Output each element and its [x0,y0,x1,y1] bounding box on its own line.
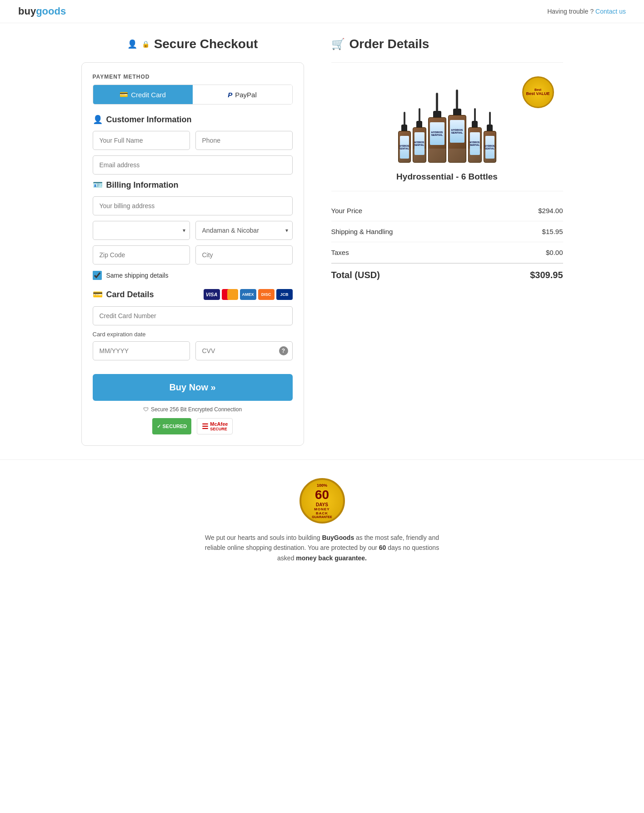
expiry-input[interactable] [93,341,190,360]
paypal-icon: P [228,91,232,99]
shipping-value: $15.95 [542,228,563,235]
contact-link[interactable]: Contact us [595,8,626,15]
taxes-value: $0.00 [546,249,563,256]
zip-field [93,245,190,264]
phone-input[interactable] [195,131,293,150]
total-label: Total (USD) [331,270,380,280]
expiry-label: Card expiration date [93,331,293,338]
logo[interactable]: buygoods [18,5,66,17]
address-field [93,196,293,215]
country-select[interactable] [93,221,190,240]
lock-icon: 🔒 [142,40,150,48]
expiry-cvv-row: ? [93,341,293,360]
logo-buy: buy [18,5,36,17]
same-shipping-row: Same shipping details [93,271,293,280]
value-label: Best VALUE [526,92,550,96]
same-shipping-checkbox[interactable] [93,271,102,280]
days-number: 60 [315,488,329,502]
footer: 100% 60 DAYS MONEY BACK GUARANTEE We put… [0,459,644,581]
paypal-label: PayPal [235,91,257,99]
logo-goods: goods [36,5,66,17]
full-name-field [93,131,190,150]
main-content: 👤 🔒 Secure Checkout PAYMENT METHOD 💳 Cre… [72,23,572,459]
credit-card-label: Credit Card [131,91,166,99]
back-label: BACK [316,511,328,515]
billing-icon: 🪪 [93,180,103,190]
best-value-badge: Best Best VALUE [522,76,554,108]
guarantee-label: GUARANTEE [312,515,332,519]
zip-input[interactable] [93,245,190,264]
address-input[interactable] [93,196,293,215]
bottle-3: HYDROSSENTIAL [428,93,446,163]
payment-tabs: 💳 Credit Card P PayPal [93,85,293,105]
left-panel: 👤 🔒 Secure Checkout PAYMENT METHOD 💳 Cre… [81,37,304,446]
paypal-tab[interactable]: P PayPal [193,85,292,104]
your-price-value: $294.00 [538,207,563,214]
mcafee-label: McAfee SECURE [210,421,228,431]
payment-method-label: PAYMENT METHOD [93,74,293,80]
full-name-input[interactable] [93,131,190,150]
cvv-field: ? [195,341,293,360]
cvv-input[interactable] [195,341,293,360]
card-icon-tab: 💳 [120,90,128,99]
bottle-2: HYDROSSENTIAL [413,108,426,163]
phone-field [195,131,293,150]
card-number-field [93,306,293,325]
person-icon-2: 👤 [93,115,103,125]
customer-info-title: 👤 Customer Information [93,115,293,125]
card-brand-icons: VISA MC AMEX DISC JCB [204,289,293,300]
card-number-input[interactable] [93,306,293,325]
checkout-title: 👤 🔒 Secure Checkout [81,37,304,51]
total-row: Total (USD) $309.95 [331,263,563,287]
secured-check: ✓ [157,424,161,429]
footer-text: We put our hearts and souls into buildin… [197,533,447,563]
cart-icon: 🛒 [331,38,345,50]
price-divider [331,191,563,191]
state-select-wrapper: Andaman & Nicobar ▾ [195,221,293,240]
taxes-row: Taxes $0.00 [331,242,563,263]
email-row [93,155,293,175]
header: buygoods Having trouble ? Contact us [0,0,644,23]
zip-city-row [93,245,293,264]
mastercard-icon: MC [222,289,238,300]
secured-badge: ✓ SECURED [152,418,192,434]
country-select-wrapper: ▾ [93,221,190,240]
shield-icon: 🛡 [143,406,149,413]
product-image-container: HYDROSSENTIAL HYDROSSENTIAL HYDROSSENTIA… [331,72,563,163]
total-value: $309.95 [530,270,563,280]
billing-info-title: 🪪 Billing Information [93,180,293,190]
trouble-text: Having trouble ? [547,8,594,15]
header-right: Having trouble ? Contact us [547,8,626,15]
same-shipping-label[interactable]: Same shipping details [106,272,169,279]
mcafee-badge: ☰ McAfee SECURE [197,418,233,434]
state-select[interactable]: Andaman & Nicobar [195,221,293,240]
bottle-4: HYDROSSENTIAL [448,90,466,163]
money-label: MONEY [314,507,329,511]
order-details-title: 🛒 Order Details [331,37,563,51]
guarantee-text: money back guarantee. [296,554,367,562]
secured-label: SECURED [163,424,187,429]
buy-now-button[interactable]: Buy Now » [93,374,293,401]
top-divider [331,62,563,63]
mcafee-icon: ☰ [202,422,208,431]
your-price-row: Your Price $294.00 [331,200,563,221]
money-back-badge: 100% 60 DAYS MONEY BACK GUARANTEE [300,478,345,524]
card-number-row [93,306,293,325]
checkout-title-text: Secure Checkout [154,37,258,51]
taxes-label: Taxes [331,249,349,256]
email-input[interactable] [93,155,293,175]
right-panel: 🛒 Order Details HYDROSSENTIAL [331,37,563,446]
cvv-help-icon[interactable]: ? [279,346,288,355]
bottle-5: HYDROSSENTIAL [468,108,482,163]
discover-icon: DISC [258,289,275,300]
name-phone-row [93,131,293,150]
bottle-6: HYDROSSENTIAL [484,112,496,163]
shipping-row: Shipping & Handling $15.95 [331,221,563,242]
expiry-field [93,341,190,360]
trust-badges: ✓ SECURED ☰ McAfee SECURE [93,418,293,434]
email-field [93,155,293,175]
jcb-icon: JCB [276,289,293,300]
city-input[interactable] [195,245,293,264]
credit-card-tab[interactable]: 💳 Credit Card [93,85,193,104]
card-icon-2: 💳 [93,289,103,299]
